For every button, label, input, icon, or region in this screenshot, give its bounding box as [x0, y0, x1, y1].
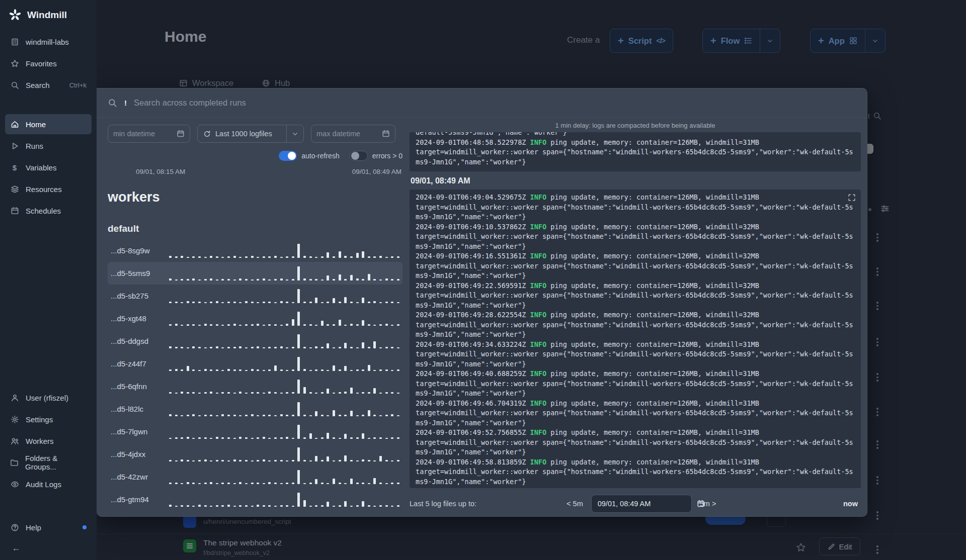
worker-activity-sparkline [165, 493, 399, 507]
workspace-name: windmill-labs [26, 38, 69, 46]
worker-list: ...d5-8sg9w ...d5-5sms9 ...d5-sb275 [108, 239, 403, 511]
partial-log-line: default-5sms9-Jmn1G","name":"worker"} [416, 132, 855, 138]
worker-name: ...d5-xgt48 [111, 314, 165, 323]
expand-icon[interactable] [848, 194, 856, 205]
log-entry: 2024-09-01T06:49:22.569591Z INFO ping up… [416, 281, 855, 311]
worker-row[interactable]: ...d5-8sg9w [108, 239, 403, 262]
worker-row[interactable]: ...d5-42zwr [108, 465, 403, 488]
log-footer-label: Last 5 log files up to: [410, 500, 476, 508]
log-datetime-field [591, 495, 692, 513]
person-icon [10, 394, 19, 402]
worker-row[interactable]: ...d5-l82lc [108, 398, 403, 420]
play-icon [10, 142, 19, 150]
worker-activity-sparkline [165, 380, 399, 394]
eye-icon [10, 480, 19, 489]
range-end: 09/01, 08:49 AM [352, 168, 401, 175]
sidebar-item-settings[interactable]: Settings [5, 409, 92, 429]
workers-logs-modal: ! Last 1000 logfiles [97, 88, 867, 517]
log-entry: 2024-09-01T06:49:04.529675Z INFO ping up… [416, 193, 855, 222]
log-entry-meta: target=windmill_worker::worker span={"ho… [416, 320, 855, 340]
log-entry: 2024-09-01T06:49:34.633224Z INFO ping up… [416, 340, 855, 369]
sidebar-item-folders-groups[interactable]: Folders & Groups... [5, 452, 92, 473]
log-entry: 2024-09-01T06:49:10.537862Z INFO ping up… [416, 222, 855, 252]
max-datetime-input[interactable] [316, 130, 378, 138]
now-button[interactable]: now [843, 500, 858, 508]
sidebar-item-resources[interactable]: Resources [5, 179, 92, 199]
worker-row[interactable]: ...d5-4jdxx [108, 443, 403, 465]
worker-activity-sparkline [165, 266, 399, 281]
auto-refresh-toggle[interactable]: auto-refresh [279, 151, 339, 161]
worker-row[interactable]: ...d5-sb275 [108, 285, 403, 307]
search-icon [10, 81, 19, 89]
search-icon [108, 98, 117, 108]
chevron-down-icon [291, 130, 299, 138]
worker-activity-sparkline [165, 470, 399, 484]
calendar-icon[interactable] [177, 130, 185, 138]
toggle-on [279, 151, 297, 161]
search-input[interactable] [134, 98, 856, 108]
help-icon [10, 523, 19, 532]
sidebar-item-variables[interactable]: $ Variables [5, 157, 92, 177]
worker-activity-sparkline [165, 289, 399, 303]
sidebar-item-favorites[interactable]: Favorites [5, 53, 92, 73]
log-entry-meta: target=windmill_worker::worker span={"ho… [416, 147, 855, 167]
layers-icon [10, 185, 19, 194]
worker-activity-sparkline [165, 447, 399, 461]
worker-name: ...d5-sb275 [111, 292, 165, 300]
logfiles-select[interactable]: Last 1000 logfiles [197, 125, 304, 143]
worker-row[interactable]: ...d5-6qfnn [108, 375, 403, 398]
worker-row[interactable]: ...d5-ddgsd [108, 330, 403, 352]
star-icon [10, 59, 19, 68]
log-entry: 2024-09-01T06:49:58.813859Z INFO ping up… [416, 457, 855, 487]
worker-row[interactable]: ...d5-z44f7 [108, 352, 403, 375]
min-datetime-field [108, 125, 190, 143]
errors-toggle[interactable]: errors > 0 [350, 151, 403, 161]
log-footer: Last 5 log files up to: < 5m 5m > now [410, 494, 861, 513]
log-entry-meta: target=windmill_worker::worker span={"ho… [416, 261, 855, 281]
log-entry-meta: target=windmill_worker::worker span={"ho… [416, 467, 855, 487]
sidebar-item-workers[interactable]: Workers [5, 431, 92, 451]
next-5m-button[interactable]: 5m > [700, 500, 716, 508]
max-datetime-field [311, 125, 395, 143]
min-datetime-input[interactable] [113, 130, 173, 138]
collapse-sidebar-button[interactable]: ← [8, 540, 24, 556]
worker-activity-sparkline [165, 425, 399, 439]
worker-row[interactable]: ...d5-5sms9 [108, 262, 403, 285]
log-entry: 2024-09-01T06:48:58.522978Z INFO ping up… [416, 138, 855, 148]
users-icon [10, 437, 19, 445]
workspace-selector[interactable]: windmill-labs [5, 32, 92, 52]
worker-name: ...d5-8sg9w [111, 246, 165, 255]
calendar-icon[interactable] [382, 130, 390, 138]
log-entry: 2024-09-01T06:49:16.551361Z INFO ping up… [416, 251, 855, 281]
previous-5m-button[interactable]: < 5m [567, 500, 583, 508]
worker-activity-sparkline [165, 334, 399, 348]
calendar-icon [10, 207, 19, 215]
sidebar-item-home[interactable]: Home [5, 114, 92, 134]
worker-row[interactable]: ...d5-xgt48 [108, 307, 403, 330]
app-logo: Windmill [0, 0, 97, 30]
sidebar-item-user[interactable]: User (rfiszel) [5, 388, 92, 408]
log-datetime-input[interactable] [598, 500, 692, 508]
log-entry-meta: target=windmill_worker::worker span={"ho… [416, 291, 855, 310]
log-entries: 2024-09-01T06:49:04.529675Z INFO ping up… [416, 193, 855, 487]
log-entry-meta: target=windmill_worker::worker span={"ho… [416, 438, 855, 457]
log-section-time: 09/01, 08:49 AM [411, 176, 861, 185]
log-entry-meta: target=windmill_worker::worker span={"ho… [416, 379, 855, 399]
sidebar-item-schedules[interactable]: Schedules [5, 201, 92, 221]
sidebar-item-audit-logs[interactable]: Audit Logs [5, 474, 92, 494]
sidebar-item-search[interactable]: Search Ctrl+k [5, 75, 92, 95]
home-icon [10, 120, 19, 129]
worker-name: ...d5-7lgwn [111, 427, 165, 436]
worker-row[interactable]: ...d5-gtm94 [108, 488, 403, 511]
toggle-off [350, 151, 368, 161]
sidebar: Windmill windmill-labs Favorites Search … [0, 0, 97, 560]
worker-activity-sparkline [165, 402, 399, 416]
worker-row[interactable]: ...d5-7lgwn [108, 420, 403, 443]
workspace-icon [10, 38, 19, 46]
logfiles-dropdown-button[interactable] [286, 125, 303, 142]
range-start: 09/01, 08:15 AM [136, 168, 185, 175]
windmill-logo-icon [9, 9, 22, 22]
sidebar-item-runs[interactable]: Runs [5, 136, 92, 156]
sidebar-item-help[interactable]: Help [5, 517, 92, 537]
worker-name: ...d5-gtm94 [111, 495, 165, 504]
